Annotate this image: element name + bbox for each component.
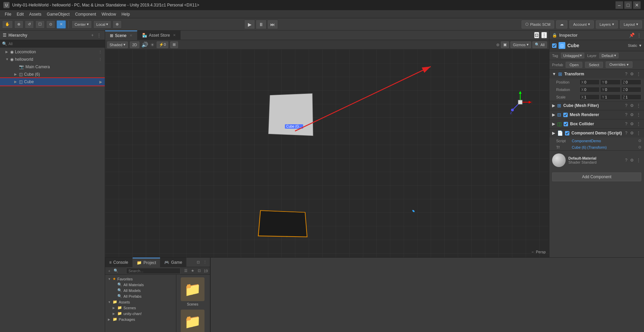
project-add-btn[interactable]: + — [107, 269, 111, 273]
tree-unity-chan[interactable]: ▶ 📁 unity-chan! — [106, 311, 175, 316]
inspector-pin[interactable]: 📌 — [629, 33, 635, 38]
scale-x[interactable]: X1 — [580, 94, 600, 100]
menu-assets[interactable]: Assets — [26, 11, 44, 17]
search-overlay[interactable]: 🔍 All — [532, 41, 547, 48]
render-mode-dropdown[interactable]: ▣ — [501, 41, 509, 48]
project-search-input[interactable] — [126, 268, 180, 274]
scene-tab-close[interactable]: ✕ — [130, 34, 132, 37]
menu-edit[interactable]: Edit — [14, 11, 26, 17]
hier-helloworld[interactable]: ▼ ◉ helloworld ⋮ — [0, 56, 105, 63]
position-z[interactable]: Z0 — [621, 79, 641, 85]
prefab-select-btn[interactable]: Select — [585, 62, 603, 68]
tab-console[interactable]: ≡ Console — [105, 258, 133, 267]
hier-cube[interactable]: ▶ ◫ Cube ▶ — [0, 78, 105, 86]
bottom-menu[interactable]: ⋮ — [202, 260, 208, 265]
menu-gameobject[interactable]: GameObject — [44, 11, 72, 17]
tree-all-materials[interactable]: 🔍 All Materials — [106, 282, 175, 288]
layers-button[interactable]: Layers ▾ — [596, 20, 618, 29]
scale-z[interactable]: Z1 — [621, 94, 641, 100]
viewport-canvas[interactable]: Cube (G... — [105, 50, 549, 257]
mf-settings[interactable]: ⚙ — [629, 103, 635, 108]
position-x[interactable]: X0 — [580, 79, 600, 85]
hierarchy-menu-btn[interactable]: ⋮ — [96, 33, 102, 38]
move-tool[interactable]: ⊕ — [14, 20, 23, 29]
transform-settings[interactable]: ⚙ — [629, 72, 635, 76]
lighting-btn[interactable]: ☀ — [150, 42, 155, 48]
asset-store-tab-close[interactable]: ✕ — [173, 33, 176, 37]
tab-asset-store[interactable]: 🏪 Asset Store ✕ — [137, 31, 181, 40]
transform-menu[interactable]: ⋮ — [636, 72, 641, 76]
local-button[interactable]: Local ▾ — [93, 20, 111, 29]
menu-component[interactable]: Component — [72, 11, 99, 17]
scene-tool1[interactable]: ⊕ — [496, 42, 500, 47]
rotation-x[interactable]: X0 — [580, 87, 600, 92]
tree-assets[interactable]: ▼ 📁 Assets — [106, 299, 175, 305]
shading-dropdown[interactable]: Shaded ▾ — [107, 41, 128, 48]
close-button[interactable]: ✕ — [633, 1, 641, 9]
material-menu[interactable]: ⋮ — [636, 158, 641, 163]
center-button[interactable]: Center ▾ — [72, 20, 92, 29]
grid-dropdown[interactable]: ⊞ — [170, 41, 178, 48]
position-y[interactable]: Y0 — [600, 79, 620, 85]
bc-settings[interactable]: ⚙ — [629, 122, 635, 126]
scale-tool[interactable]: ☐ — [35, 20, 45, 29]
viewport-menu[interactable]: ⋮ — [541, 32, 547, 38]
mr-menu[interactable]: ⋮ — [636, 112, 641, 117]
pause-button[interactable]: ⏸ — [256, 20, 267, 29]
mr-help[interactable]: ? — [624, 112, 628, 117]
hier-cube6[interactable]: ▶ ◫ Cube (6) — [0, 71, 105, 78]
hand-tool[interactable]: ✋ — [2, 20, 13, 29]
project-view-btn[interactable]: ☰ — [183, 268, 189, 273]
bottom-maximize[interactable]: ⊡ — [196, 260, 201, 265]
hierarchy-add-btn[interactable]: + — [90, 33, 95, 38]
component-demo-enabled[interactable] — [565, 131, 569, 135]
tab-scene[interactable]: ⊞ Scene ✕ — [105, 31, 137, 40]
menu-help[interactable]: Help — [119, 11, 133, 17]
menu-file[interactable]: File — [2, 11, 14, 17]
play-button[interactable]: ▶ — [244, 20, 255, 29]
material-help[interactable]: ? — [624, 158, 628, 163]
gizmos-dropdown[interactable]: Gizmos ▾ — [510, 41, 531, 48]
inspector-menu[interactable]: ⋮ — [637, 33, 641, 38]
account-button[interactable]: Account ▾ — [569, 20, 594, 29]
tree-all-models[interactable]: 🔍 All Models — [106, 288, 175, 293]
layer-dropdown[interactable]: Default ▾ — [599, 53, 619, 58]
tree-all-prefabs[interactable]: 🔍 All Prefabs — [106, 293, 175, 299]
minimize-button[interactable]: – — [616, 1, 623, 9]
rotate-tool[interactable]: ↺ — [25, 20, 34, 29]
mf-menu[interactable]: ⋮ — [636, 103, 641, 108]
rotation-z[interactable]: Z0 — [621, 87, 641, 92]
tree-packages[interactable]: ▶ 📁 Packages — [106, 316, 175, 322]
transform-help[interactable]: ? — [624, 72, 628, 76]
bc-menu[interactable]: ⋮ — [636, 122, 641, 126]
cd-settings[interactable]: ⚙ — [629, 131, 635, 135]
audio-btn[interactable]: 🔊 — [141, 41, 148, 48]
tree-scenes[interactable]: ▶ 📁 Scenes — [106, 305, 175, 311]
tab-project[interactable]: 📁 Project — [133, 258, 160, 267]
mf-help[interactable]: ? — [624, 103, 628, 108]
mesh-renderer-header[interactable]: ▶ ⊟ Mesh Renderer ? ⚙ ⋮ — [549, 110, 644, 119]
transform-tool[interactable]: ✕ — [57, 20, 66, 29]
hier-main-camera[interactable]: 📷 Main Camera — [0, 63, 105, 71]
cd-help[interactable]: ? — [624, 131, 628, 135]
scale-y[interactable]: Y1 — [600, 94, 620, 100]
object-enabled-checkbox[interactable] — [552, 43, 557, 48]
mr-settings[interactable]: ⚙ — [629, 112, 635, 117]
menu-window[interactable]: Window — [99, 11, 119, 17]
project-search-btn[interactable]: 🔍 — [113, 268, 119, 273]
bc-help[interactable]: ? — [624, 122, 628, 126]
layout-button[interactable]: Layout ▾ — [620, 20, 642, 29]
rect-tool[interactable]: ⊙ — [46, 20, 55, 29]
hierarchy-search-input[interactable] — [8, 42, 103, 46]
mesh-filter-header[interactable]: ▶ ⊞ Cube (Mesh Filter) ? ⚙ ⋮ — [549, 101, 644, 110]
project-filter-btn[interactable]: ⊡ — [197, 268, 202, 273]
asset-scenes[interactable]: 📁 Scenes — [179, 277, 206, 306]
box-collider-header[interactable]: ▶ ◫ Box Collider ? ⚙ ⋮ — [549, 119, 644, 128]
viewport-maximize[interactable]: ⊡ — [534, 32, 539, 38]
prefab-overrides-btn[interactable]: Overrides ▾ — [606, 61, 632, 68]
plastic-scm-button[interactable]: ⬡ Plastic SCM — [522, 20, 554, 29]
prefab-open-btn[interactable]: Open — [566, 62, 582, 68]
hier-locomotion[interactable]: ▶ ◉ Locomotion ⋮ — [0, 48, 105, 56]
component-demo-header[interactable]: ▶ 📄 Component Demo (Script) ? ⚙ ⋮ — [549, 129, 644, 137]
material-settings[interactable]: ⚙ — [629, 158, 635, 163]
